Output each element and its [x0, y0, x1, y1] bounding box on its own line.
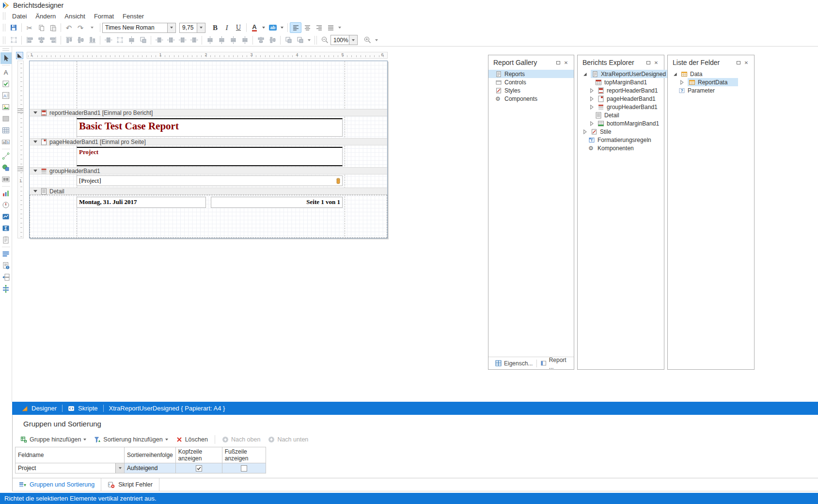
band-drag-handle[interactable] — [17, 167, 23, 171]
make-same-size-button[interactable] — [137, 35, 149, 46]
gallery-item-reports[interactable]: Reports — [488, 70, 574, 78]
richtext-tool[interactable]: A — [0, 90, 12, 101]
sparkline-tool[interactable] — [0, 211, 12, 222]
tab-skript-fehler[interactable]: Skript Fehler — [101, 478, 159, 491]
justify-button[interactable] — [325, 22, 336, 33]
toolbox-grip[interactable] — [2, 48, 9, 51]
send-to-back-button[interactable] — [294, 35, 306, 46]
column-header-fusszeile[interactable]: Fußzeile anzeigen — [222, 447, 266, 463]
close-icon[interactable]: ✕ — [652, 59, 660, 66]
subreport-tool[interactable] — [0, 234, 12, 246]
band-drag-handle[interactable] — [17, 109, 23, 113]
close-icon[interactable]: ✕ — [562, 59, 570, 66]
cut-button[interactable]: ✂ — [24, 22, 35, 33]
zoom-dropdown[interactable] — [349, 35, 357, 45]
align-horizontal-centers-button[interactable] — [35, 35, 47, 46]
menu-aendern[interactable]: Ändern — [31, 12, 60, 21]
order-dropdown[interactable] — [306, 35, 313, 46]
menu-ansicht[interactable]: Ansicht — [60, 12, 90, 21]
collapsed-icon[interactable] — [588, 120, 595, 127]
font-color-button[interactable]: A — [249, 22, 260, 33]
page-header-label[interactable]: Project — [77, 147, 343, 166]
highlight-dropdown[interactable] — [279, 22, 285, 33]
highlight-button[interactable]: ab — [267, 22, 279, 33]
align-dropdown[interactable] — [336, 22, 343, 33]
page-header-band-strip[interactable]: pageHeaderBand1 [Einmal pro Seite] — [30, 138, 387, 145]
panel-tool[interactable] — [0, 113, 12, 125]
increase-vertical-spacing-button[interactable] — [216, 35, 227, 46]
align-right-button[interactable] — [313, 22, 325, 33]
toolbar-grip[interactable] — [3, 12, 5, 20]
date-label[interactable]: Montag, 31. Juli 2017 — [77, 197, 206, 208]
feldname-dropdown[interactable] — [115, 463, 124, 473]
align-right-edges-button[interactable] — [47, 35, 59, 46]
collapsed-icon[interactable] — [588, 104, 595, 110]
equal-vertical-spacing-button[interactable] — [204, 35, 216, 46]
tree-node-components[interactable]: ⚙ Komponenten — [578, 144, 664, 152]
gallery-item-styles[interactable]: Styles — [488, 86, 574, 94]
tree-node-bottom-margin-band[interactable]: bottomMarginBand1 — [578, 119, 664, 127]
fusszeile-checkbox[interactable] — [241, 465, 247, 472]
gauge-tool[interactable] — [0, 199, 12, 211]
collapse-arrow-icon[interactable] — [33, 111, 37, 114]
copy-button[interactable] — [35, 22, 47, 33]
tree-node-report-header-band[interactable]: reportHeaderBand1 — [578, 86, 664, 94]
maximize-icon[interactable] — [645, 59, 652, 66]
make-same-height-button[interactable] — [126, 35, 137, 46]
center-vertically-button[interactable] — [267, 35, 278, 46]
font-name-combo[interactable]: Times New Roman — [102, 23, 176, 33]
tree-node-styles[interactable]: Stile — [578, 127, 664, 136]
report-explorer-tab-button[interactable]: Report ... — [537, 358, 574, 369]
tab-designer[interactable]: Designer — [16, 402, 62, 415]
equal-horizontal-spacing-button[interactable] — [153, 35, 165, 46]
collapse-arrow-icon[interactable] — [33, 141, 37, 143]
underline-button[interactable]: U — [233, 22, 244, 33]
menu-format[interactable]: Format — [90, 12, 118, 21]
field-node-reportdata[interactable]: ReportData — [668, 78, 754, 86]
gallery-item-controls[interactable]: Controls — [488, 78, 574, 86]
remove-horizontal-spacing-button[interactable] — [188, 35, 200, 46]
eigenschaften-tab-button[interactable]: Eigensch... — [491, 358, 536, 369]
shape-tool[interactable] — [0, 162, 12, 173]
save-button[interactable] — [8, 22, 19, 33]
feldname-cell[interactable]: Project — [16, 463, 125, 473]
horizontal-ruler[interactable]: 1 1 2 3 4 5 6 — [27, 52, 388, 59]
remove-vertical-spacing-button[interactable] — [239, 35, 251, 46]
gallery-item-components[interactable]: ⚙ Components — [488, 94, 574, 103]
bring-to-front-button[interactable] — [283, 35, 294, 46]
tree-node-report[interactable]: XtraReportUserDesigned — [578, 70, 664, 78]
table-of-contents-tool[interactable] — [0, 248, 12, 260]
column-header-sortierreihenfolge[interactable]: Sortierreihenfolge — [125, 447, 176, 463]
report-title-label[interactable]: Basic Test Case Report — [77, 118, 343, 137]
menu-fenster[interactable]: Fenster — [118, 12, 148, 21]
vertical-ruler[interactable]: 1 — [17, 61, 24, 238]
size-to-grid-button[interactable] — [8, 35, 19, 46]
cross-band-line-tool[interactable] — [0, 271, 12, 283]
cross-band-box-tool[interactable] — [0, 283, 12, 295]
font-size-dropdown[interactable] — [197, 23, 205, 32]
font-name-dropdown[interactable] — [167, 23, 175, 32]
barcode-tool[interactable] — [0, 173, 12, 185]
pivot-grid-tool[interactable]: Σ — [0, 222, 12, 234]
pointer-tool[interactable] — [0, 52, 12, 64]
checkbox-tool[interactable] — [0, 78, 12, 90]
collapsed-icon[interactable] — [588, 95, 595, 102]
close-icon[interactable]: ✕ — [742, 59, 750, 66]
character-comb-tool[interactable]: ab — [0, 136, 12, 148]
tree-node-detail-band[interactable]: Detail — [578, 111, 664, 119]
page-info-tool[interactable]: i — [0, 260, 12, 271]
column-header-feldname[interactable]: Feldname — [16, 447, 125, 463]
sortierreihenfolge-cell[interactable]: Aufsteigend — [125, 463, 176, 473]
toolbar-grip[interactable] — [3, 36, 5, 44]
tree-node-top-margin-band[interactable]: topMarginBand1 — [578, 78, 664, 86]
align-vertical-centers-button[interactable] — [75, 35, 86, 46]
add-sort-button[interactable]: Sortierung hinzufügen — [90, 434, 172, 445]
picture-tool[interactable] — [0, 101, 12, 113]
align-bottom-edges-button[interactable] — [86, 35, 98, 46]
align-center-button[interactable] — [301, 22, 313, 33]
expanded-icon[interactable] — [672, 71, 678, 78]
increase-horizontal-spacing-button[interactable] — [165, 35, 176, 46]
collapsed-icon[interactable] — [678, 79, 685, 86]
decrease-vertical-spacing-button[interactable] — [227, 35, 239, 46]
table-tool[interactable] — [0, 125, 12, 136]
